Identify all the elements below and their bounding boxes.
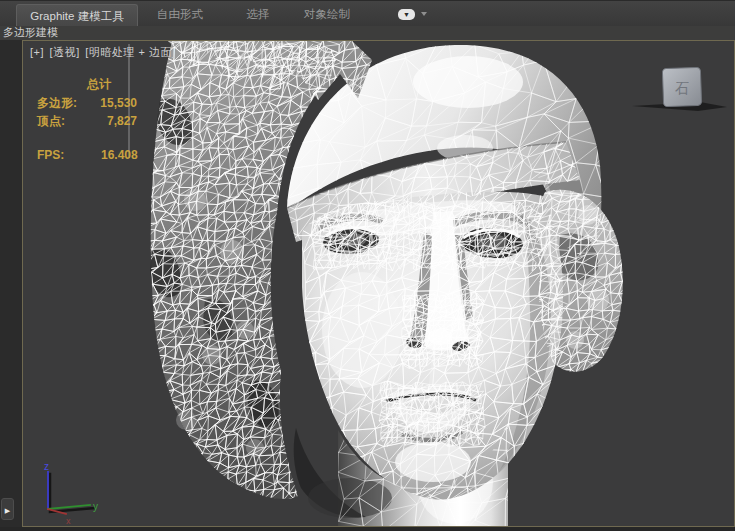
statistics-overlay: 总计 多边形: 15,530 顶点: 7,827 FPS: 16.408 [37, 75, 138, 164]
viewport-shading-menu[interactable]: [明暗处理 + 边面] [85, 46, 175, 58]
viewport-general-menu[interactable]: [+] [30, 46, 44, 58]
stats-total-label: 总计 [87, 75, 138, 93]
expand-arrow-icon: ▶ [5, 507, 10, 514]
tab-selection[interactable]: 选择 [230, 1, 286, 27]
stats-vertices-row: 顶点: 7,827 [37, 112, 138, 130]
perspective-viewport[interactable]: 石 z y x [+] [透视] [明暗处理 + 边面] 总计 多边形: 15,… [22, 40, 735, 527]
stats-polygons-row: 多边形: 15,530 [37, 94, 138, 112]
bottom-panel-edge [0, 527, 735, 531]
fps-label: FPS: [37, 146, 89, 164]
tab-graphite-modeling[interactable]: Graphite 建模工具 [16, 4, 138, 27]
axis-y-label: y [93, 501, 98, 512]
axis-x-label: x [66, 516, 71, 526]
ribbon-tab-bar: Graphite 建模工具 自由形式 选择 对象绘制 ▼ [0, 0, 735, 26]
fps-value: 16.408 [101, 146, 138, 164]
axis-z-label: z [44, 461, 49, 472]
ribbon-options-arrow-icon[interactable] [421, 12, 427, 16]
tab-freeform[interactable]: 自由形式 [148, 1, 212, 27]
polygons-value: 15,530 [89, 94, 137, 112]
cube-engraving-label: 石 [675, 80, 689, 96]
ribbon-panel-row: 多边形建模 [0, 26, 735, 40]
vertices-label: 顶点: [37, 112, 89, 130]
viewport-label: [+] [透视] [明暗处理 + 边面] [30, 45, 177, 60]
tab-object-paint[interactable]: 对象绘制 [294, 1, 360, 27]
stats-fps-row: FPS: 16.408 [37, 146, 138, 164]
vertices-value: 7,827 [89, 112, 137, 130]
3dsmax-window: { "ribbon": { "tabs": [ {"label": "Graph… [0, 0, 735, 531]
statue-head-object[interactable] [142, 41, 635, 526]
ribbon-minimize-icon: ▼ [398, 9, 415, 20]
expand-panel-button[interactable]: ▶ [1, 498, 14, 520]
stone-cube-object[interactable]: 石 [632, 67, 727, 111]
viewport-pov-menu[interactable]: [透视] [50, 46, 80, 58]
polygons-label: 多边形: [37, 94, 89, 112]
ribbon-minimize-button[interactable]: ▼ [398, 9, 415, 20]
world-axis-gizmo: z y x [44, 461, 98, 526]
tab-polygon-modeling[interactable]: 多边形建模 [3, 26, 58, 40]
left-panel-strip: ▶ [0, 40, 22, 527]
